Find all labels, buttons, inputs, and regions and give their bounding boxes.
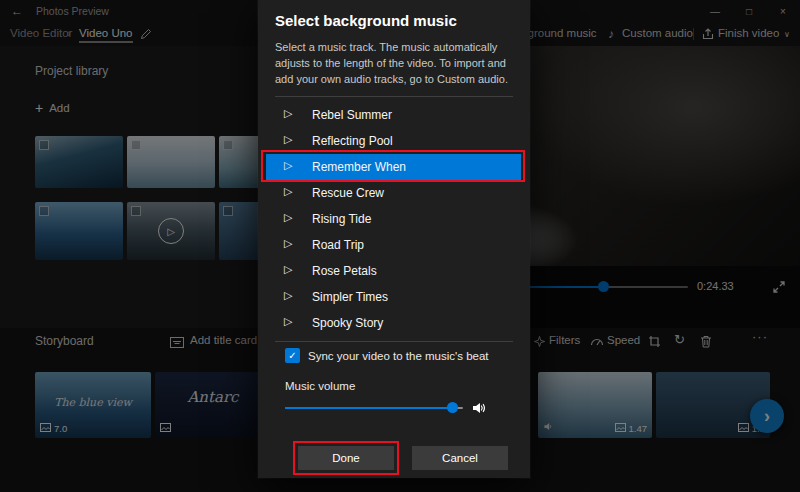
track-item[interactable]: ▷Rescue Crew bbox=[266, 180, 521, 206]
track-item[interactable]: ▷Simpler Times bbox=[266, 284, 521, 310]
play-icon[interactable]: ▷ bbox=[284, 185, 292, 198]
track-item[interactable]: ▷Rising Tide bbox=[266, 206, 521, 232]
track-label: Remember When bbox=[312, 160, 406, 174]
play-icon[interactable]: ▷ bbox=[284, 237, 292, 250]
play-icon[interactable]: ▷ bbox=[284, 289, 292, 302]
track-label: Road Trip bbox=[312, 238, 364, 252]
track-label: Rising Tide bbox=[312, 212, 371, 226]
check-icon: ✓ bbox=[288, 350, 296, 361]
screen: ← Photos Preview — □ × Video Editor › Vi… bbox=[0, 0, 800, 492]
track-item[interactable]: ▷Reflecting Pool bbox=[266, 128, 521, 154]
cancel-button[interactable]: Cancel bbox=[412, 446, 508, 470]
volume-slider-fill bbox=[285, 407, 455, 409]
music-volume-label: Music volume bbox=[285, 380, 355, 392]
speaker-icon bbox=[471, 400, 487, 420]
track-item[interactable]: ▷Road Trip bbox=[266, 232, 521, 258]
track-label: Reflecting Pool bbox=[312, 134, 393, 148]
track-label: Rose Petals bbox=[312, 264, 377, 278]
done-button[interactable]: Done bbox=[298, 446, 394, 470]
track-label: Simpler Times bbox=[312, 290, 388, 304]
play-icon[interactable]: ▷ bbox=[284, 133, 292, 146]
play-icon[interactable]: ▷ bbox=[284, 159, 292, 172]
track-item[interactable]: ▷Spooky Story bbox=[266, 310, 521, 336]
divider bbox=[275, 96, 513, 97]
track-label: Spooky Story bbox=[312, 316, 383, 330]
sync-beat-label: Sync your video to the music's beat bbox=[308, 350, 489, 362]
select-background-music-dialog: Select background music Select a music t… bbox=[258, 0, 530, 478]
play-icon[interactable]: ▷ bbox=[284, 211, 292, 224]
track-label: Rescue Crew bbox=[312, 186, 384, 200]
play-icon[interactable]: ▷ bbox=[284, 315, 292, 328]
divider bbox=[275, 341, 513, 342]
track-label: Rebel Summer bbox=[312, 108, 392, 122]
dialog-title: Select background music bbox=[275, 12, 457, 29]
track-item[interactable]: ▷Rebel Summer bbox=[266, 102, 521, 128]
track-item[interactable]: ▷Rose Petals bbox=[266, 258, 521, 284]
track-item-selected[interactable]: ▷Remember When bbox=[266, 154, 521, 180]
sync-beat-checkbox[interactable]: ✓ bbox=[285, 348, 300, 363]
music-track-list: ▷Rebel Summer ▷Reflecting Pool ▷Remember… bbox=[258, 102, 530, 336]
volume-slider-thumb[interactable] bbox=[447, 402, 458, 413]
play-icon[interactable]: ▷ bbox=[284, 107, 292, 120]
dialog-description: Select a music track. The music automati… bbox=[275, 40, 514, 88]
play-icon[interactable]: ▷ bbox=[284, 263, 292, 276]
